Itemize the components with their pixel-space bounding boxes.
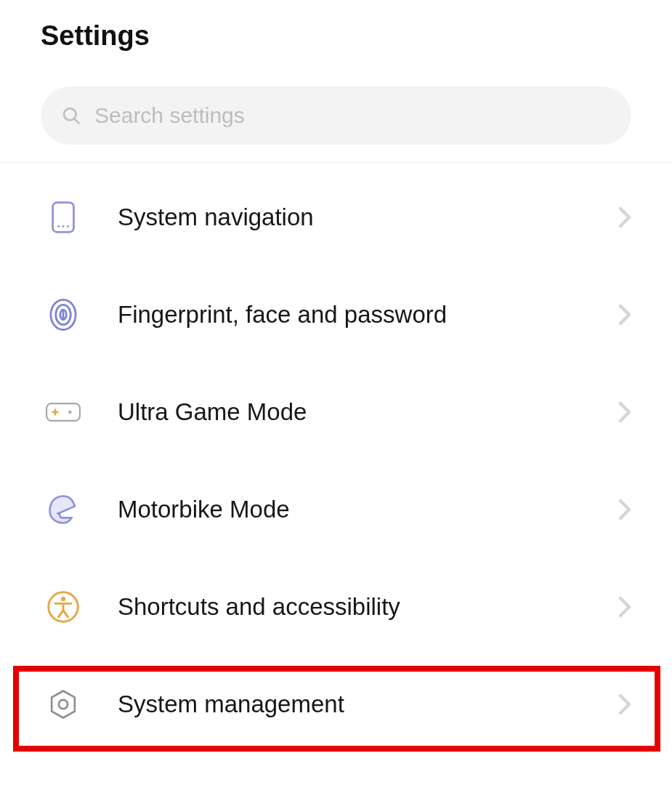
row-label: Motorbike Mode [118,496,618,523]
row-fingerprint-face-password[interactable]: Fingerprint, face and password [0,266,672,363]
gamepad-icon [44,393,83,432]
svg-line-1 [75,119,79,124]
row-system-navigation[interactable]: System navigation [0,169,672,266]
svg-point-13 [68,411,71,414]
svg-rect-10 [46,403,80,421]
svg-rect-3 [57,225,60,228]
row-shortcuts-accessibility[interactable]: Shortcuts and accessibility [0,558,672,656]
helmet-icon [44,490,83,529]
chevron-right-icon [618,401,631,423]
row-label: System navigation [118,204,618,231]
settings-list: System navigation Fingerprint, face and … [0,163,672,753]
svg-line-19 [59,611,63,617]
svg-point-22 [59,700,68,709]
chevron-right-icon [618,499,631,520]
search-container [0,52,672,162]
row-label: Fingerprint, face and password [118,301,618,329]
chevron-right-icon [618,596,631,618]
search-field[interactable] [41,86,631,145]
row-ultra-game-mode[interactable]: Ultra Game Mode [0,363,672,461]
svg-point-16 [61,597,65,601]
svg-rect-5 [67,225,69,228]
phone-nav-icon [44,198,83,237]
svg-rect-4 [62,225,65,228]
row-label: Shortcuts and accessibility [118,593,618,621]
chevron-right-icon [618,304,631,326]
row-label: System management [118,691,618,718]
chevron-right-icon [618,206,631,228]
row-label: Ultra Game Mode [118,398,618,426]
search-icon [61,105,81,126]
settings-page: Settings System navigation [0,0,672,801]
page-title: Settings [0,0,672,52]
row-system-management[interactable]: System management [0,656,672,753]
svg-point-14 [57,512,61,515]
svg-line-20 [63,611,68,617]
gear-hex-icon [44,685,83,724]
row-motorbike-mode[interactable]: Motorbike Mode [0,461,672,558]
svg-marker-21 [52,691,75,718]
search-input[interactable] [94,103,611,128]
chevron-right-icon [618,693,631,715]
fingerprint-icon [44,295,83,334]
accessibility-icon [44,587,83,627]
svg-rect-2 [53,203,74,233]
